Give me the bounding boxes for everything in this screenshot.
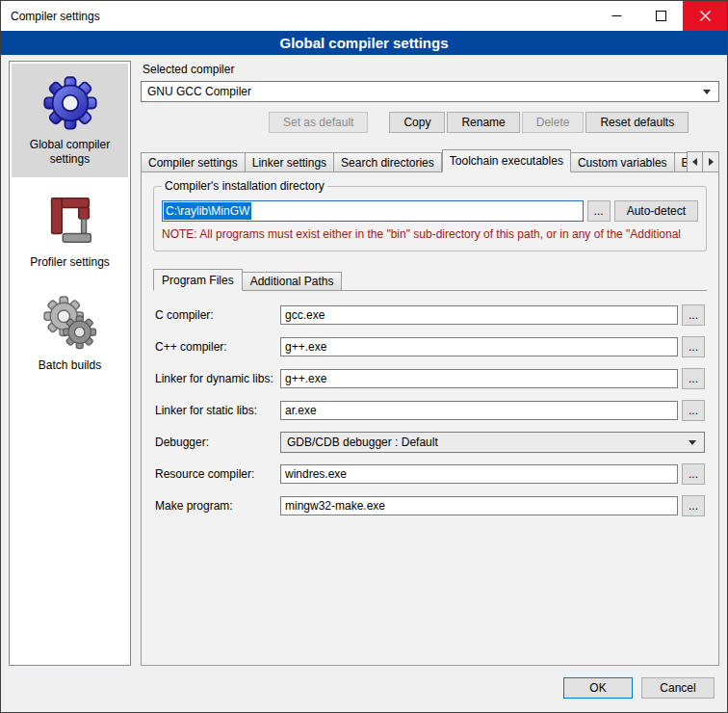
linker-dynamic-browse-button[interactable]: ... [682,368,705,389]
linker-static-browse-button[interactable]: ... [682,400,705,421]
linker-dynamic-input[interactable] [280,369,678,388]
settings-tabbar: Compiler settings Linker settings Search… [141,148,719,172]
form-row-linker-dynamic: Linker for dynamic libs: ... [155,368,705,389]
compiler-settings-window: Compiler settings Global compiler settin… [0,0,728,713]
form-row-resource-compiler: Resource compiler: ... [155,463,705,485]
resource-compiler-input[interactable] [280,464,678,484]
arrow-left-icon [692,158,697,166]
linker-static-input[interactable] [280,401,678,420]
sidebar-item-label: Global compiler settings [15,138,124,167]
tab-program-files[interactable]: Program Files [153,269,243,291]
gear-blue-icon [40,72,100,132]
minimize-button[interactable] [594,1,638,31]
program-files-tabbar: Program Files Additional Paths [153,268,707,290]
reset-defaults-button[interactable]: Reset defaults [585,112,689,133]
main-area: Global compiler settings [1,55,727,673]
sidebar-item-batch-builds[interactable]: Batch builds [12,284,128,383]
resource-compiler-browse-button[interactable]: ... [682,463,705,485]
installation-directory-group: Compiler's installation directory C:\ray… [153,186,707,251]
installation-directory-row: C:\raylib\MinGW ... Auto-detect [162,200,698,222]
selected-compiler-label: Selected compiler [143,63,719,76]
installation-directory-value: C:\raylib\MinGW [164,202,251,220]
make-program-label: Make program: [155,499,280,513]
resource-compiler-label: Resource compiler: [155,467,280,481]
toolchain-executables-panel: Compiler's installation directory C:\ray… [141,172,719,666]
make-program-input[interactable] [280,496,678,515]
program-files-panel: C compiler: ... C++ compiler: ... Linker… [153,290,707,655]
tab-scroll-left-button[interactable] [687,151,703,172]
tab-toolchain-executables[interactable]: Toolchain executables [442,149,571,172]
maximize-button[interactable] [638,1,683,31]
c-compiler-input[interactable] [280,305,678,325]
form-row-make-program: Make program: ... [155,495,705,516]
set-as-default-button: Set as default [269,112,368,133]
cpp-compiler-browse-button[interactable]: ... [682,336,705,357]
form-row-debugger: Debugger: GDB/CDB debugger : Default [155,432,705,453]
tab-custom-variables[interactable]: Custom variables [571,152,675,172]
cpp-compiler-label: C++ compiler: [155,340,280,354]
titlebar[interactable]: Compiler settings [1,1,727,31]
make-program-browse-button[interactable]: ... [682,495,705,516]
installation-directory-input[interactable]: C:\raylib\MinGW [162,200,584,222]
window-controls [594,1,727,31]
cancel-button[interactable]: Cancel [641,677,715,699]
debugger-label: Debugger: [155,436,280,449]
tab-linker-settings[interactable]: Linker settings [246,152,334,172]
sidebar-item-label: Batch builds [39,358,101,373]
close-button[interactable] [683,1,727,31]
tab-compiler-settings[interactable]: Compiler settings [141,152,246,172]
installation-directory-group-title: Compiler's installation directory [162,179,327,193]
form-row-c-compiler: C compiler: ... [155,304,705,326]
tab-additional-paths[interactable]: Additional Paths [243,272,343,291]
form-row-cpp-compiler: C++ compiler: ... [155,336,705,357]
compiler-buttons-row: Set as default Copy Rename Delete Reset … [141,112,719,133]
cpp-compiler-input[interactable] [280,337,678,356]
ok-button[interactable]: OK [563,677,633,699]
gears-gray-icon [40,293,100,353]
settings-category-list: Global compiler settings [9,61,131,666]
tab-scroll-right-button[interactable] [703,151,719,172]
debugger-value: GDB/CDB debugger : Default [287,436,438,449]
selected-compiler-value: GNU GCC Compiler [147,85,251,98]
delete-button: Delete [522,112,585,133]
content-area: Selected compiler GNU GCC Compiler Set a… [141,61,719,666]
tab-search-directories[interactable]: Search directories [334,152,442,172]
auto-detect-button[interactable]: Auto-detect [614,200,698,222]
program-files-notebook: Program Files Additional Paths C compile… [153,268,707,655]
window-title: Compiler settings [1,10,100,23]
dialog-footer: OK Cancel [1,673,727,712]
installation-directory-browse-button[interactable]: ... [587,200,611,222]
c-compiler-label: C compiler: [155,308,280,322]
form-row-linker-static: Linker for static libs: ... [155,400,705,421]
minimize-icon [611,11,622,21]
arrow-right-icon [709,158,714,166]
tab-scroll-controls [687,151,719,172]
linker-static-label: Linker for static libs: [155,404,280,417]
sidebar-item-label: Profiler settings [30,255,110,270]
selected-compiler-dropdown[interactable]: GNU GCC Compiler [141,81,719,102]
linker-dynamic-label: Linker for dynamic libs: [155,372,280,385]
rename-button[interactable]: Rename [447,112,519,133]
chevron-down-icon [703,90,711,94]
close-icon [700,11,711,21]
sidebar-item-global-compiler-settings[interactable]: Global compiler settings [12,64,128,177]
page-title: Global compiler settings [1,31,727,55]
profiler-tool-icon [40,190,100,250]
installation-note-text: NOTE: All programs must exist either in … [162,227,698,241]
maximize-icon [656,11,666,21]
sidebar-item-profiler-settings[interactable]: Profiler settings [12,181,128,280]
copy-button[interactable]: Copy [389,112,445,133]
debugger-dropdown[interactable]: GDB/CDB debugger : Default [280,432,705,453]
c-compiler-browse-button[interactable]: ... [682,304,705,326]
chevron-down-icon [689,440,696,445]
